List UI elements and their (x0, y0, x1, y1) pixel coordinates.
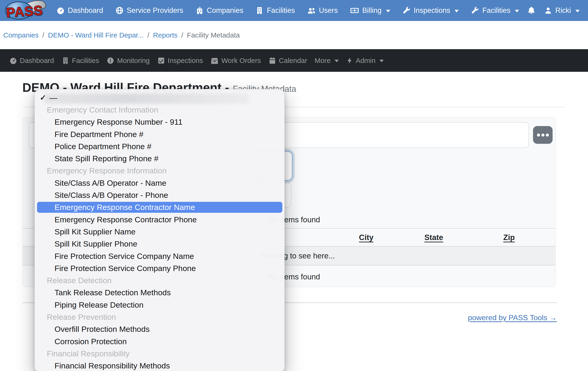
nav-inspections[interactable]: Inspections (402, 6, 459, 15)
caret-down-icon (335, 60, 339, 62)
caret-down-icon (575, 10, 580, 12)
subnav-dashboard[interactable]: Dashboard (9, 57, 54, 64)
subnav-admin[interactable]: Admin (346, 57, 384, 64)
breadcrumb-reports[interactable]: Reports (153, 31, 178, 39)
person-icon (544, 6, 552, 15)
dropdown-group-label: Release Prevention (35, 311, 284, 323)
dropdown-option[interactable]: Fire Protection Service Company Name (35, 250, 284, 262)
top-nav-right: Ricki (527, 6, 580, 15)
subnav-calendar[interactable]: Calendar (268, 57, 307, 64)
dropdown-option[interactable]: Tank Release Detection Methods (35, 287, 284, 299)
dropdown-option[interactable]: Corrosion Protection (35, 335, 284, 348)
breadcrumb-separator: / (147, 31, 149, 39)
dropdown-option[interactable]: Emergency Response Number - 911 (35, 116, 284, 128)
building-icon (255, 6, 264, 15)
tachometer-icon (9, 57, 17, 64)
column-header-city[interactable]: City (359, 233, 373, 242)
wrench-icon (471, 6, 479, 15)
subnav-work-orders[interactable]: Work Orders (210, 56, 261, 65)
users-icon (307, 6, 316, 15)
dropdown-option-highlighted[interactable]: Emergency Response Contractor Name (35, 201, 284, 213)
caret-down-icon (515, 10, 519, 12)
dropdown-option[interactable]: Financial Responsibility Methods (35, 360, 284, 371)
top-navbar: PASS Dashboard Service Providers Compani… (0, 0, 588, 21)
user-menu[interactable]: Ricki (544, 6, 580, 15)
dropdown-option[interactable]: Spill Kit Supplier Phone (35, 238, 284, 250)
ellipsis-icon (546, 134, 549, 137)
ellipsis-icon (537, 134, 540, 137)
hospital-building-icon (195, 6, 204, 15)
tachometer-icon (56, 6, 65, 15)
dropdown-option[interactable]: State Spill Reporting Phone # (35, 152, 284, 165)
brand-text: PASS (6, 2, 43, 21)
breadcrumb-companies[interactable]: Companies (3, 31, 39, 39)
dropdown-option-blank[interactable]: ✓ — (35, 92, 284, 104)
pass-logo[interactable]: PASS (3, 0, 48, 21)
info-circle-icon (106, 57, 114, 64)
subnav-facilities[interactable]: Facilities (62, 57, 99, 64)
breadcrumb-current: Facility Metadata (187, 31, 240, 39)
dropdown-option[interactable]: Piping Release Detection (35, 299, 284, 311)
dropdown-option[interactable]: Fire Protection Service Company Phone (35, 262, 284, 274)
dropdown-group-label: Financial Responsibility (35, 348, 284, 360)
caret-down-icon (386, 10, 390, 12)
subnav-inspections[interactable]: Inspections (157, 57, 203, 64)
page: PASS Dashboard Service Providers Compani… (0, 0, 588, 371)
dropdown-option[interactable]: Site/Class A/B Operator - Phone (35, 189, 284, 201)
nav-service-providers[interactable]: Service Providers (115, 6, 183, 15)
toolbox-icon (210, 56, 219, 65)
breadcrumb-separator: / (42, 31, 44, 39)
dropdown-option[interactable]: Police Department Phone # (35, 140, 284, 152)
nav-users[interactable]: Users (307, 6, 338, 15)
wrench-icon (402, 6, 411, 15)
caret-down-icon (379, 60, 384, 62)
column-header-zip[interactable]: Zip (503, 233, 514, 242)
nav-facilities[interactable]: Facilities (255, 6, 295, 15)
dropdown-option[interactable]: Fire Department Phone # (35, 128, 284, 140)
dropdown-group-label: Emergency Response Information (35, 165, 284, 177)
dropdown-option[interactable]: Spill Kit Supplier Name (35, 226, 284, 238)
dropdown-option[interactable]: Overfill Protection Methods (35, 323, 284, 335)
calendar-icon (268, 57, 276, 64)
metadata-field-dropdown: ✓ — Emergency Contact Information Emerge… (34, 89, 285, 371)
dropdown-group-label: Emergency Contact Information (35, 104, 284, 116)
dropdown-group-label: Release Detection (35, 274, 284, 286)
globe-icon (115, 6, 124, 15)
dropdown-option[interactable]: Site/Class A/B Operator - Name (35, 177, 284, 189)
check-square-icon (157, 57, 165, 64)
ellipsis-icon (541, 134, 545, 137)
money-bill-icon (350, 6, 359, 15)
column-header-state[interactable]: State (424, 233, 443, 242)
checkmark-icon: ✓ (40, 93, 46, 102)
nav-billing[interactable]: Billing (350, 6, 390, 15)
search-options-button[interactable] (533, 126, 553, 144)
sub-navbar: Dashboard Facilities Monitoring Inspecti… (0, 49, 588, 72)
breadcrumb-company[interactable]: DEMO - Ward Hill Fire Depar... (48, 31, 144, 39)
nav-companies[interactable]: Companies (195, 6, 243, 15)
caret-down-icon (454, 10, 459, 12)
breadcrumb: Companies / DEMO - Ward Hill Fire Depar.… (0, 21, 588, 49)
building-icon (62, 57, 69, 64)
powered-by-link[interactable]: powered by PASS Tools → (468, 313, 557, 322)
bolt-icon (346, 57, 353, 64)
bell-icon[interactable] (527, 6, 536, 15)
subnav-more[interactable]: More (315, 57, 339, 64)
top-nav-items: Dashboard Service Providers Companies Fa… (56, 6, 519, 15)
nav-facilities-tools[interactable]: Facilities (471, 6, 519, 15)
nav-dashboard[interactable]: Dashboard (56, 6, 103, 15)
breadcrumb-separator: / (181, 31, 183, 39)
dropdown-option[interactable]: Emergency Response Contractor Phone (35, 213, 284, 226)
subnav-monitoring[interactable]: Monitoring (106, 57, 149, 64)
